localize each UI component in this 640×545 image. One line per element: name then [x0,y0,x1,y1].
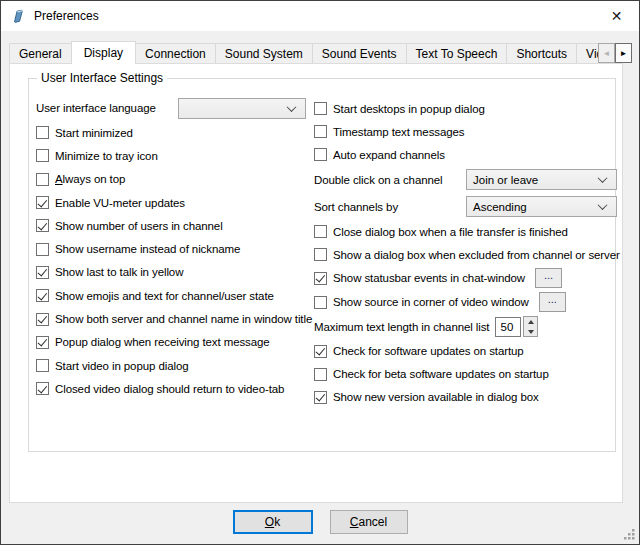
checkbox-row: Show both server and channel name in win… [36,307,314,330]
checkbox-label: Close dialog box when a file transfer is… [333,226,568,238]
more-button[interactable]: ... [539,292,566,312]
checkbox-row: Always on top [36,168,314,191]
spin-down-button[interactable] [524,327,537,337]
checkbox-more-row: Show statusbar events in chat-window ... [314,266,617,290]
checkbox-row: Close dialog box when a file transfer is… [314,220,617,243]
checkbox-label: Closed video dialog should return to vid… [55,383,284,395]
checkbox-label: Show username instead of nickname [55,243,240,255]
checkbox-label: Auto expand channels [333,149,445,161]
language-label: User interface language [36,102,178,114]
spin-value-field[interactable]: 50 [495,317,521,337]
dropdown[interactable]: Join or leave [466,169,617,190]
checkbox-label: Timestamp text messages [333,126,464,138]
checkbox-row: Show last to talk in yellow [36,261,314,284]
checkbox[interactable] [314,345,327,358]
checkbox-label: Check for software updates on startup [333,345,524,357]
title-bar[interactable]: Preferences ✕ [1,1,639,31]
checkbox-label: Show emojis and text for channel/user st… [55,290,274,302]
combo-row: Double click on a channel Join or leave [314,166,617,193]
tab-scroll-right-button[interactable]: ► [615,43,632,63]
checkbox-row: Minimize to tray icon [36,144,314,167]
tab-bar: General Display Connection Sound System … [9,41,598,64]
resize-grip-icon[interactable] [623,528,636,541]
checkbox[interactable] [36,149,49,162]
tab[interactable]: Display [71,41,136,64]
tab[interactable]: Connection [135,43,216,63]
checkbox[interactable] [36,243,49,256]
chevron-down-icon [598,173,608,183]
checkbox[interactable] [36,359,49,372]
combo-label: Sort channels by [314,201,466,213]
tab-label: General [19,47,62,61]
combo-label: Double click on a channel [314,174,466,186]
app-icon [10,8,26,24]
arrow-right-icon: ► [620,49,628,58]
checkbox[interactable] [36,382,49,395]
checkbox-row: Timestamp text messages [314,120,617,143]
checkbox-row: Check for beta software updates on start… [314,363,617,386]
more-button[interactable]: ... [535,268,562,288]
checkbox-row: Closed video dialog should return to vid… [36,377,314,400]
checkbox-label: Show last to talk in yellow [55,266,183,278]
close-button[interactable]: ✕ [594,1,639,31]
cancel-button[interactable]: Cancel [330,510,408,534]
dropdown-value: Ascending [473,201,527,213]
checkbox[interactable] [36,196,49,209]
checkbox-label: Check for beta software updates on start… [333,368,549,380]
checkbox[interactable] [314,225,327,238]
dropdown[interactable]: Ascending [466,196,617,217]
checkbox-row: Auto expand channels [314,143,617,166]
chevron-down-icon [598,200,608,210]
checkbox-label: Show both server and channel name in win… [55,313,312,325]
tab-label: Sound System [225,47,303,61]
tab[interactable]: Video [576,43,598,63]
group-legend: User Interface Settings [37,71,167,85]
tab[interactable]: Shortcuts [506,43,577,63]
checkbox-row: Start video in popup dialog [36,354,314,377]
tab[interactable]: Sound System [215,43,313,63]
checkbox[interactable] [314,391,327,404]
checkbox[interactable] [314,272,327,285]
tab[interactable]: Text To Speech [406,43,508,63]
checkbox-label: Start minimized [55,127,133,139]
checkbox[interactable] [36,126,49,139]
checkbox[interactable] [314,368,327,381]
checkbox[interactable] [314,125,327,138]
spin-up-button[interactable] [524,317,537,327]
spinner[interactable] [523,316,538,337]
checkbox[interactable] [36,266,49,279]
checkbox-label: Minimize to tray icon [55,150,158,162]
checkbox[interactable] [314,148,327,161]
right-column: Start desktops in popup dialog Timestamp… [314,97,617,409]
checkbox-label: Show source in corner of video window [333,296,529,308]
tab-label: Text To Speech [416,47,498,61]
checkbox[interactable] [36,219,49,232]
checkbox[interactable] [36,313,49,326]
checkbox-label: Always on top [55,173,125,185]
close-icon: ✕ [611,8,623,24]
checkbox-more-row: Show source in corner of video window ..… [314,290,617,314]
tab-scroll-left-button[interactable]: ◄ [598,43,615,63]
combo-row: Sort channels by Ascending [314,193,617,220]
chevron-down-icon [287,102,297,112]
tab[interactable]: Sound Events [312,43,407,63]
ok-button[interactable]: Ok [233,510,313,534]
checkbox-row: Start desktops in popup dialog [314,97,617,120]
checkbox[interactable] [314,102,327,115]
spin-label: Maximum text length in channel list [314,321,489,333]
checkbox[interactable] [314,296,327,309]
tab[interactable]: General [9,43,72,63]
arrow-left-icon: ◄ [603,49,611,58]
checkbox[interactable] [36,336,49,349]
checkbox[interactable] [36,173,49,186]
language-dropdown[interactable] [178,98,306,119]
checkbox-row: Enable VU-meter updates [36,191,314,214]
checkbox[interactable] [314,248,327,261]
checkbox-row: Show number of users in channel [36,214,314,237]
language-row: User interface language [36,95,314,121]
spin-down-icon [528,330,534,334]
checkbox-label: Start desktops in popup dialog [333,103,485,115]
checkbox[interactable] [36,289,49,302]
tab-label: Display [84,46,123,60]
checkbox-label: Show statusbar events in chat-window [333,272,525,284]
